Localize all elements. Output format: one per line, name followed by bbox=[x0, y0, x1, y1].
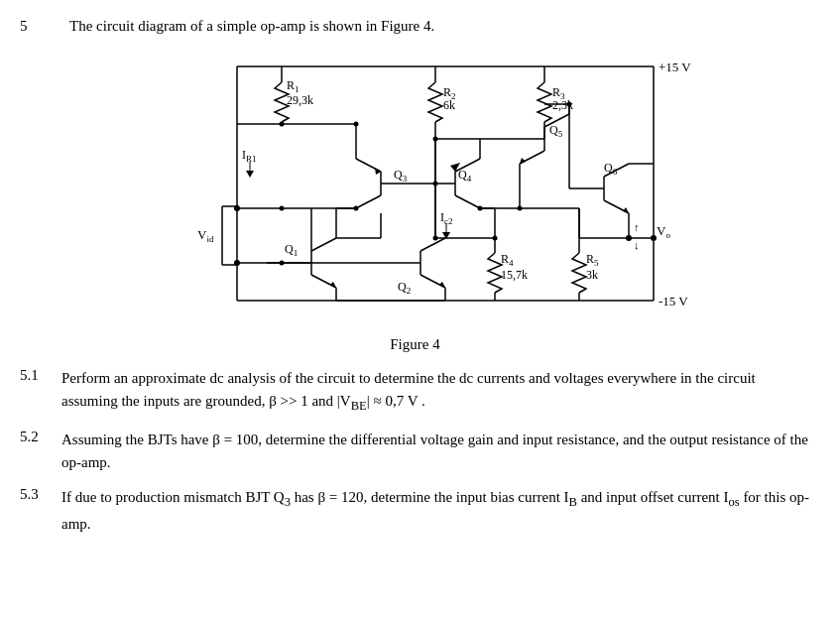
sub-text-52: Assuming the BJTs have β = 100, determin… bbox=[61, 429, 810, 475]
sub-text-51: Perform an approximate dc analysis of th… bbox=[61, 367, 810, 417]
vo-label: Vo bbox=[657, 223, 670, 240]
r5-label: R5 bbox=[586, 252, 599, 268]
vee-label: -15 V bbox=[659, 294, 688, 308]
figure-container: +15 V -15 V R1 29,3k IR1 bbox=[20, 45, 810, 332]
svg-line-62 bbox=[455, 195, 480, 208]
q2-label: Q2 bbox=[398, 280, 411, 296]
sub-text-53: If due to production mismatch BJT Q3 has… bbox=[61, 486, 810, 536]
q5-label: Q5 bbox=[549, 123, 563, 139]
svg-point-90 bbox=[566, 102, 571, 107]
r2-value: 6k bbox=[443, 98, 455, 112]
svg-point-105 bbox=[279, 122, 284, 127]
sub-question-52: 5.2 Assuming the BJTs have β = 100, dete… bbox=[20, 429, 810, 475]
question-header: 5 The circuit diagram of a simple op-amp… bbox=[20, 18, 810, 35]
r4-label: R4 bbox=[501, 252, 514, 268]
vcc-label: +15 V bbox=[659, 60, 691, 74]
svg-line-20 bbox=[311, 238, 336, 251]
vo-down-arrow: ↓ bbox=[634, 239, 640, 251]
ir1-label: IR1 bbox=[242, 148, 257, 164]
svg-marker-9 bbox=[246, 171, 254, 178]
svg-point-107 bbox=[353, 122, 358, 127]
q1-label: Q1 bbox=[285, 242, 298, 258]
svg-point-104 bbox=[432, 236, 437, 241]
vo-up-arrow: ↑ bbox=[634, 221, 640, 233]
sub-question-51: 5.1 Perform an approximate dc analysis o… bbox=[20, 367, 810, 417]
sub-num-52: 5.2 bbox=[20, 429, 48, 475]
r4-value: 15,7k bbox=[501, 268, 528, 282]
figure-caption-text: Figure 4 bbox=[390, 336, 439, 352]
svg-point-94 bbox=[651, 235, 657, 241]
svg-point-102 bbox=[492, 236, 497, 241]
r5-value: 3k bbox=[586, 268, 598, 282]
sub-question-53: 5.3 If due to production mismatch BJT Q3… bbox=[20, 486, 810, 536]
svg-line-51 bbox=[356, 195, 381, 208]
svg-point-106 bbox=[279, 206, 284, 211]
svg-marker-50 bbox=[375, 168, 381, 175]
figure-caption: Figure 4 bbox=[20, 336, 810, 353]
question-number: 5 bbox=[20, 18, 40, 35]
r1-value: 29,3k bbox=[287, 93, 313, 107]
sub-num-51: 5.1 bbox=[20, 367, 48, 417]
q3-label: Q3 bbox=[394, 168, 408, 184]
svg-line-35 bbox=[420, 238, 445, 251]
question-text: The circuit diagram of a simple op-amp i… bbox=[69, 18, 434, 35]
q6-label: Q6 bbox=[604, 161, 618, 177]
vid-label: Vid bbox=[197, 227, 214, 244]
sub-questions: 5.1 Perform an approximate dc analysis o… bbox=[20, 367, 810, 536]
q4-label: Q4 bbox=[458, 168, 472, 184]
r1-label: R1 bbox=[287, 78, 300, 94]
circuit-diagram: +15 V -15 V R1 29,3k IR1 bbox=[128, 45, 703, 332]
sub-num-53: 5.3 bbox=[20, 486, 48, 536]
